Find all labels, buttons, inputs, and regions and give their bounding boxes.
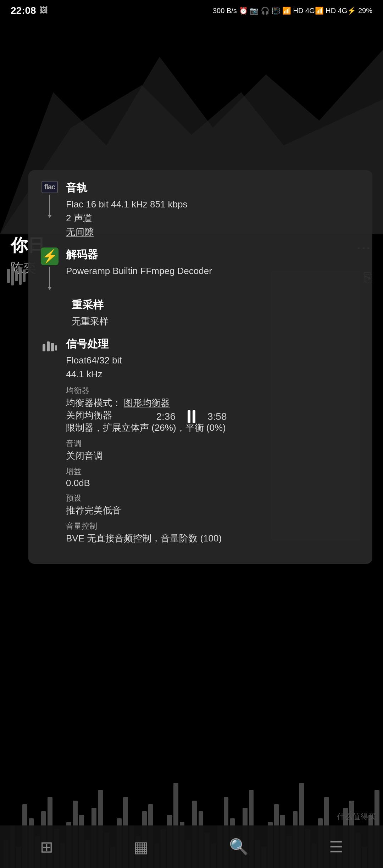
track-gapless[interactable]: 无间隙: [66, 225, 362, 239]
gain-value: 0.0dB: [66, 478, 362, 489]
gain-label: 增益: [66, 466, 362, 477]
resample-label: 重采样: [72, 298, 362, 312]
time-display: 22:08: [11, 5, 36, 16]
tone-label: 音调: [66, 438, 362, 449]
pause-bar-right: [193, 410, 195, 423]
nav-item-library[interactable]: ▦: [134, 838, 149, 856]
nav-item-search[interactable]: 🔍: [229, 838, 249, 856]
status-icons: ⏰ 📷 🎧 📳 📶 HD 4G📶 HD 4G⚡ 29%: [239, 6, 372, 15]
svg-rect-5: [55, 345, 57, 351]
preset-value: 推荐完美低音: [66, 504, 362, 517]
status-icon-image: 🖼: [40, 6, 48, 15]
pause-bar-left: [188, 410, 190, 423]
resample-value: 无重采样: [72, 315, 362, 328]
volume-control-label: 音量控制: [66, 521, 362, 532]
signal-label: 信号处理: [66, 337, 362, 351]
track-label: 音轨: [66, 181, 362, 195]
track-content: 音轨 Flac 16 bit 44.1 kHz 851 kbps 2 声道 无间…: [60, 181, 362, 239]
signal-content: 信号处理 Float64/32 bit 44.1 kHz 均衡器 均衡器模式： …: [60, 337, 362, 545]
nav-item-home[interactable]: ⊞: [40, 838, 53, 856]
decoder-section: ⚡ 解码器 Poweramp Builtin FFmpeg Decoder: [39, 247, 362, 289]
status-time: 22:08 🖼: [11, 5, 48, 16]
progress-area: 2:36 3:58: [0, 408, 383, 425]
preset-section: 预设 推荐完美低音: [66, 493, 362, 517]
decoder-symbol: ⚡: [42, 249, 58, 264]
volume-control-section: 音量控制 BVE 无直接音频控制，音量阶数 (100): [66, 521, 362, 545]
arrow-down-2: [49, 267, 50, 288]
current-time: 2:36: [156, 411, 176, 422]
track-format: Flac 16 bit 44.1 kHz 851 kbps: [66, 197, 362, 211]
decoder-name: Poweramp Builtin FFmpeg Decoder: [66, 264, 362, 278]
bottom-navigation: ⊞ ▦ 🔍 ☰: [0, 825, 383, 868]
status-speed: 300 B/s: [213, 7, 237, 15]
signal-freq: 44.1 kHz: [66, 367, 362, 381]
tone-value: 关闭音调: [66, 450, 362, 462]
info-panel: flac 音轨 Flac 16 bit 44.1 kHz 851 kbps 2 …: [28, 170, 372, 564]
signal-section: 信号处理 Float64/32 bit 44.1 kHz 均衡器 均衡器模式： …: [39, 337, 362, 545]
signal-icon-area: [39, 337, 60, 355]
total-time: 3:58: [207, 411, 227, 422]
track-section: flac 音轨 Flac 16 bit 44.1 kHz 851 kbps 2 …: [39, 181, 362, 239]
status-right-icons: 300 B/s ⏰ 📷 🎧 📳 📶 HD 4G📶 HD 4G⚡ 29%: [213, 6, 372, 15]
nav-item-menu[interactable]: ☰: [329, 838, 343, 856]
decoder-content: 解码器 Poweramp Builtin FFmpeg Decoder: [60, 247, 362, 278]
signal-icon: [41, 337, 59, 355]
watermark: 什么值得买: [337, 811, 376, 822]
tone-section: 音调 关闭音调: [66, 438, 362, 462]
decoder-icon: ⚡: [41, 247, 59, 265]
library-icon: ▦: [134, 838, 149, 856]
menu-icon: ☰: [329, 838, 343, 856]
resample-section: 重采样 无重采样: [60, 298, 362, 328]
svg-rect-3: [47, 341, 50, 351]
decoder-icon-area: ⚡: [39, 247, 60, 289]
volume-control-value: BVE 无直接音频控制，音量阶数 (100): [66, 532, 362, 545]
preset-label: 预设: [66, 493, 362, 503]
track-channels: 2 声道: [66, 211, 362, 225]
resample-content: 重采样 无重采样: [66, 298, 362, 328]
pause-icon: [188, 410, 195, 423]
home-icon: ⊞: [40, 838, 53, 856]
svg-rect-2: [43, 344, 45, 351]
decoder-label: 解码器: [66, 247, 362, 262]
signal-format: Float64/32 bit: [66, 354, 362, 367]
equalizer-mode-prefix: 均衡器模式：: [66, 397, 121, 408]
arrow-down-1: [49, 195, 50, 216]
gain-section: 增益 0.0dB: [66, 466, 362, 489]
play-pause-button[interactable]: [183, 408, 200, 425]
search-icon: 🔍: [229, 838, 249, 856]
status-bar: 22:08 🖼 300 B/s ⏰ 📷 🎧 📳 📶 HD 4G📶 HD 4G⚡ …: [0, 0, 383, 21]
equalizer-label: 均衡器: [66, 385, 362, 396]
flac-icon-area: flac: [39, 181, 60, 217]
flac-logo: flac: [41, 181, 58, 193]
left-visualizer: [7, 266, 26, 285]
svg-rect-4: [51, 343, 54, 351]
equalizer-mode-link[interactable]: 图形均衡器: [124, 397, 170, 408]
equalizer-mode: 均衡器模式： 图形均衡器: [66, 397, 362, 409]
